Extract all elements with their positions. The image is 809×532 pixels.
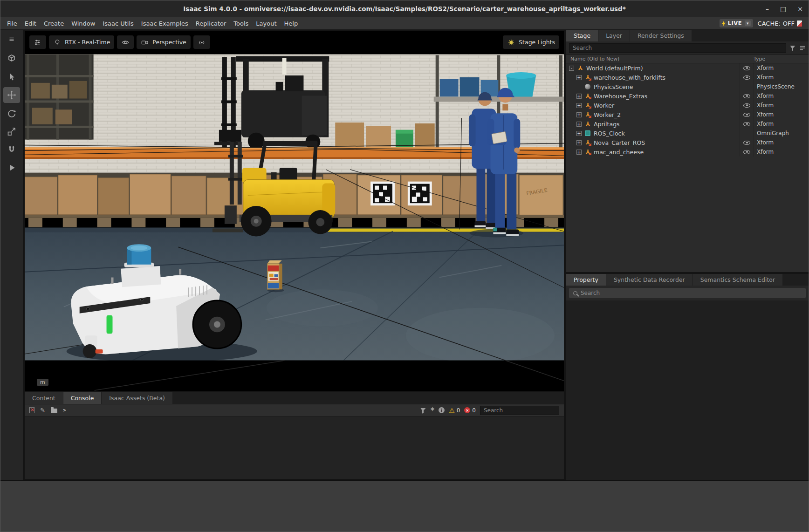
tree-row-world-defaultprim[interactable]: - World (defaultPrim) Xform — [566, 63, 809, 73]
selection-mode-tool[interactable] — [3, 51, 20, 67]
menu-item-replicator[interactable]: Replicator — [192, 19, 230, 28]
filter-icon[interactable] — [420, 407, 426, 414]
menu-item-file[interactable]: File — [3, 19, 21, 28]
prim-label[interactable]: warehouse_with_forklifts — [594, 74, 740, 81]
menu-item-isaac-utils[interactable]: Isaac Utils — [99, 19, 137, 28]
prim-label[interactable]: Worker_2 — [594, 111, 740, 118]
menu-item-isaac-examples[interactable]: Isaac Examples — [137, 19, 192, 28]
stage-options-icon[interactable] — [799, 45, 806, 51]
visibility-eye-icon[interactable] — [743, 122, 750, 126]
tree-row-physicsscene[interactable]: PhysicsScene PhysicsScene — [566, 82, 809, 91]
prim-label[interactable]: PhysicsScene — [594, 83, 740, 90]
toolbar-grip-icon[interactable] — [3, 34, 20, 45]
tree-row-worker-2[interactable]: + Worker_2 Xform — [566, 110, 809, 119]
expander[interactable]: - — [569, 66, 574, 71]
move-tool[interactable] — [3, 87, 20, 103]
titlebar[interactable]: Isaac Sim 4.0.0 - omniverse://isaac-dev.… — [0, 0, 809, 17]
clear-console-icon[interactable] — [29, 407, 34, 413]
capture-button[interactable] — [193, 35, 210, 49]
prim-label[interactable]: World (defaultPrim) — [586, 65, 740, 72]
console-toolbar: ✎ >_ * i ⚠ 0 — [25, 404, 564, 416]
minimize-button[interactable]: – — [766, 6, 769, 12]
column-name[interactable]: Name (Old to New) — [566, 56, 740, 62]
expander[interactable]: + — [576, 94, 582, 99]
expander[interactable]: + — [576, 131, 582, 136]
renderer-selector[interactable]: RTX - Real-Time — [49, 35, 114, 49]
column-type[interactable]: Type — [754, 56, 809, 62]
tab-isaac-assets-beta[interactable]: Isaac Assets (Beta) — [102, 392, 172, 404]
visibility-eye-icon[interactable] — [743, 113, 750, 117]
tab-property[interactable]: Property — [566, 274, 606, 286]
prim-label[interactable]: Nova_Carter_ROS — [594, 139, 740, 146]
tab-layer[interactable]: Layer — [598, 30, 630, 41]
tree-header[interactable]: Name (Old to New) Type — [566, 55, 809, 63]
info-filter-icon[interactable]: i — [439, 407, 445, 413]
tab-content[interactable]: Content — [25, 392, 63, 404]
menu-item-create[interactable]: Create — [40, 19, 68, 28]
terminal-icon[interactable]: >_ — [63, 407, 69, 413]
tree-row-warehouse-with-forklifts[interactable]: + warehouse_with_forklifts Xform — [566, 73, 809, 82]
verbose-filter-icon[interactable]: * — [431, 408, 435, 413]
viewport-settings-button[interactable] — [29, 35, 46, 49]
rotate-tool[interactable] — [3, 105, 20, 121]
warning-counter[interactable]: ⚠ 0 — [449, 407, 460, 414]
close-button[interactable]: × — [797, 6, 803, 12]
snap-tool[interactable] — [3, 142, 20, 157]
live-dropdown[interactable]: ▾ — [745, 20, 751, 26]
tab-stage[interactable]: Stage — [566, 30, 598, 41]
camera-selector[interactable]: Perspective — [137, 35, 190, 49]
prim-label[interactable]: Apriltags — [594, 121, 740, 128]
tree-row-nova-carter-ros[interactable]: + Nova_Carter_ROS Xform — [566, 138, 809, 147]
stage-lights-button[interactable]: Stage Lights — [503, 35, 559, 49]
tree-row-ros-clock[interactable]: + ROS_Clock OmniGraph — [566, 129, 809, 138]
stage-filter-icon[interactable] — [789, 45, 796, 51]
prim-label[interactable]: Warehouse_Extras — [594, 93, 740, 100]
maximize-button[interactable]: □ — [780, 6, 786, 12]
property-search-input[interactable] — [581, 290, 802, 296]
expander[interactable]: + — [576, 122, 582, 127]
visibility-menu-button[interactable] — [117, 35, 134, 49]
select-tool[interactable] — [3, 69, 20, 85]
open-log-folder-icon[interactable] — [51, 409, 57, 413]
tree-row-warehouse-extras[interactable]: + Warehouse_Extras Xform — [566, 91, 809, 101]
tree-row-apriltags[interactable]: + Apriltags Xform — [566, 119, 809, 129]
visibility-eye-icon[interactable] — [743, 75, 750, 80]
unit-label: m — [37, 379, 48, 386]
live-sync-button[interactable]: LIVE ▾ — [720, 19, 753, 27]
expander[interactable]: + — [576, 150, 582, 155]
visibility-eye-icon[interactable] — [743, 66, 750, 70]
menu-item-layout[interactable]: Layout — [252, 19, 280, 28]
console-output[interactable] — [25, 416, 564, 479]
visibility-eye-icon[interactable] — [743, 141, 750, 145]
tab-synthetic-data-recorder[interactable]: Synthetic Data Recorder — [606, 274, 692, 286]
viewport-3d[interactable]: FRAGILE CE — [25, 31, 564, 391]
tab-console[interactable]: Console — [63, 392, 102, 404]
visibility-eye-icon[interactable] — [743, 150, 750, 154]
expander[interactable]: + — [576, 103, 582, 108]
console-search-input[interactable] — [480, 406, 559, 415]
property-search[interactable] — [569, 288, 806, 298]
menu-item-window[interactable]: Window — [68, 19, 99, 28]
expander[interactable]: + — [576, 140, 582, 145]
expander[interactable]: + — [576, 75, 582, 80]
menu-item-help[interactable]: Help — [281, 19, 302, 28]
prim-label[interactable]: mac_and_cheese — [594, 149, 740, 156]
visibility-eye-icon[interactable] — [743, 103, 750, 108]
prim-label[interactable]: ROS_Clock — [594, 130, 740, 137]
tab-semantics-schema-editor[interactable]: Semantics Schema Editor — [693, 274, 782, 286]
edit-log-icon[interactable]: ✎ — [40, 407, 45, 414]
menu-item-tools[interactable]: Tools — [230, 19, 252, 28]
prim-label[interactable]: Worker — [594, 102, 740, 109]
tree-row-worker[interactable]: + Worker Xform — [566, 101, 809, 110]
visibility-eye-icon[interactable] — [743, 94, 750, 98]
menu-item-edit[interactable]: Edit — [21, 19, 40, 28]
stage-tree[interactable]: - World (defaultPrim) Xform + warehouse_… — [566, 63, 809, 272]
play-button[interactable] — [3, 160, 20, 176]
tab-render-settings[interactable]: Render Settings — [630, 30, 692, 41]
expander[interactable]: + — [576, 112, 582, 117]
error-counter[interactable]: × 0 — [464, 407, 476, 414]
stage-search-input[interactable] — [569, 43, 786, 53]
scale-tool[interactable] — [3, 123, 20, 139]
cache-status[interactable]: CACHE: OFF — [758, 20, 802, 27]
tree-row-mac-and-cheese[interactable]: + mac_and_cheese Xform — [566, 147, 809, 157]
